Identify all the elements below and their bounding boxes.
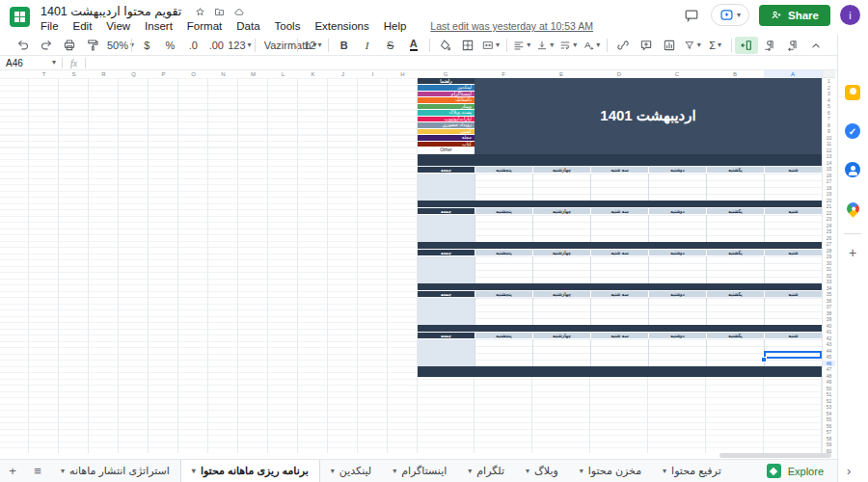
calendar-day-header-cell[interactable]: پنجشنبه — [475, 291, 532, 298]
calendar-day-cell[interactable] — [475, 339, 532, 366]
bold-button[interactable]: B — [333, 37, 356, 54]
column-header-H[interactable]: H — [388, 70, 418, 78]
redo-button[interactable] — [35, 37, 58, 54]
tab-menu-chevron-icon[interactable]: ▾ — [192, 468, 196, 475]
calendar-day-header-cell[interactable]: سه شنبه — [590, 333, 648, 339]
menu-view[interactable]: View — [106, 20, 130, 32]
decrease-decimal-button[interactable]: .0 — [181, 37, 204, 54]
text-direction-ltr-button[interactable] — [758, 37, 781, 54]
italic-button[interactable]: I — [356, 37, 379, 54]
sheet-tab-2[interactable]: ▾برنامه ریزی ماهانه محتوا — [180, 460, 320, 482]
calendar-day-cell[interactable] — [532, 298, 590, 325]
column-header-K[interactable]: K — [298, 70, 328, 78]
contacts-icon[interactable] — [845, 162, 860, 177]
fill-color-button[interactable] — [433, 37, 456, 54]
calendar-day-cell[interactable] — [475, 174, 532, 201]
paint-format-button[interactable] — [81, 37, 104, 54]
calendar-day-cell[interactable] — [706, 256, 764, 283]
insert-link-button[interactable] — [611, 37, 635, 54]
maps-icon[interactable] — [845, 201, 860, 216]
calendar-day-cell[interactable] — [648, 339, 706, 366]
calendar-day-header-cell[interactable]: پنجشنبه — [475, 250, 532, 256]
column-header-M[interactable]: M — [238, 70, 268, 78]
calendar-day-header-cell[interactable]: سه شنبه — [590, 250, 648, 256]
calendar-day-header-cell[interactable]: شنبه — [764, 333, 822, 339]
calendar-day-cell[interactable] — [764, 298, 822, 325]
calendar-friday-header-cell[interactable]: جمعه — [418, 250, 475, 256]
share-button[interactable]: Share — [759, 5, 830, 26]
calendar-day-header-cell[interactable]: شنبه — [764, 208, 822, 215]
calendar-day-cell[interactable] — [648, 215, 706, 242]
sheet-tab-7[interactable]: ▾مخزن محتوا — [569, 460, 652, 482]
calendar-day-cell[interactable] — [706, 215, 764, 242]
calendar-day-header-cell[interactable]: یکشنبه — [706, 333, 764, 339]
fill-handle[interactable] — [761, 357, 767, 362]
column-header-D[interactable]: D — [590, 70, 648, 78]
insert-chart-button[interactable] — [658, 37, 681, 54]
calendar-day-header-cell[interactable]: دوشنبه — [648, 167, 706, 174]
sheets-logo[interactable] — [10, 7, 30, 27]
horizontal-scrollbar-thumb[interactable] — [719, 453, 831, 458]
calendar-day-header-cell[interactable]: سه شنبه — [590, 208, 648, 215]
filter-button[interactable]: ▾ — [681, 37, 704, 54]
calendar-day-cell[interactable] — [532, 339, 590, 366]
calendar-friday-column[interactable] — [418, 174, 475, 201]
calendar-day-header-cell[interactable]: شنبه — [764, 250, 822, 256]
calendar-day-header-cell[interactable]: یکشنبه — [706, 291, 764, 298]
hide-side-panel-chevron[interactable]: › — [847, 464, 851, 478]
calendar-friday-column[interactable] — [418, 298, 475, 325]
text-color-button[interactable]: A — [402, 37, 425, 54]
calendar-day-cell[interactable] — [590, 215, 648, 242]
calendar-day-cell[interactable] — [706, 174, 764, 201]
horizontal-align-button[interactable]: ▾ — [510, 37, 533, 54]
calendar-friday-column[interactable] — [418, 256, 475, 283]
calendar-day-cell[interactable] — [706, 298, 764, 325]
calendar-day-cell[interactable] — [764, 215, 822, 242]
add-sheet-button[interactable]: + — [0, 460, 25, 482]
sheet-tab-3[interactable]: ▾لینکدین — [320, 460, 382, 482]
text-rotation-button[interactable]: ▾ — [580, 37, 603, 54]
calendar-day-cell[interactable] — [764, 174, 822, 201]
calendar-day-header-cell[interactable]: یکشنبه — [706, 208, 764, 215]
calendar-day-cell[interactable] — [590, 174, 648, 201]
calendar-day-cell[interactable] — [590, 256, 648, 283]
text-direction-rtl-button[interactable] — [781, 37, 804, 54]
column-header-S[interactable]: S — [59, 70, 89, 78]
calendar-day-cell[interactable] — [475, 298, 532, 325]
calendar-friday-column[interactable] — [418, 339, 475, 366]
sheet-tab-8[interactable]: ▾ترفیع محتوا — [652, 460, 732, 482]
calendar-day-header-cell[interactable]: چهارشنبه — [532, 333, 590, 339]
star-icon[interactable] — [195, 7, 205, 17]
calendar-day-cell[interactable] — [706, 339, 764, 366]
avatar[interactable]: i — [840, 5, 860, 25]
vertical-align-button[interactable]: ▾ — [533, 37, 556, 54]
calendar-day-cell[interactable] — [475, 215, 532, 242]
last-edit-link[interactable]: Last edit was yesterday at 10:53 AM — [430, 20, 593, 32]
calendar-day-header-cell[interactable]: دوشنبه — [648, 208, 706, 215]
column-header-E[interactable]: E — [532, 70, 590, 78]
calendar-friday-header-cell[interactable]: جمعه — [418, 208, 475, 215]
tab-menu-chevron-icon[interactable]: ▾ — [526, 468, 529, 475]
column-header-O[interactable]: O — [178, 70, 208, 78]
calendar-day-header-cell[interactable]: پنجشنبه — [475, 208, 532, 215]
calendar-day-header-cell[interactable]: چهارشنبه — [532, 208, 590, 215]
tab-menu-chevron-icon[interactable]: ▾ — [663, 468, 666, 475]
column-header-P[interactable]: P — [149, 70, 178, 78]
font-size-button[interactable]: 12▾ — [301, 37, 324, 54]
calendar-friday-header-cell[interactable]: جمعه — [418, 291, 475, 298]
name-box[interactable]: A46 ▾ — [0, 58, 62, 68]
add-addon-icon[interactable]: + — [845, 245, 860, 260]
column-header-C[interactable]: C — [648, 70, 706, 78]
calendar-day-header-cell[interactable]: دوشنبه — [648, 291, 706, 298]
column-header-N[interactable]: N — [208, 70, 238, 78]
column-header-I[interactable]: I — [358, 70, 388, 78]
sheet-tab-4[interactable]: ▾اینستاگرام — [382, 460, 457, 482]
column-header-R[interactable]: R — [89, 70, 119, 78]
tasks-icon[interactable]: ✓ — [845, 123, 860, 139]
calendar-day-header-cell[interactable]: چهارشنبه — [532, 167, 590, 174]
undo-button[interactable] — [12, 37, 35, 54]
menu-edit[interactable]: Edit — [73, 20, 93, 32]
hide-toolbar-button[interactable] — [804, 37, 827, 54]
print-button[interactable] — [58, 37, 81, 54]
calendar-day-cell[interactable] — [475, 256, 532, 283]
